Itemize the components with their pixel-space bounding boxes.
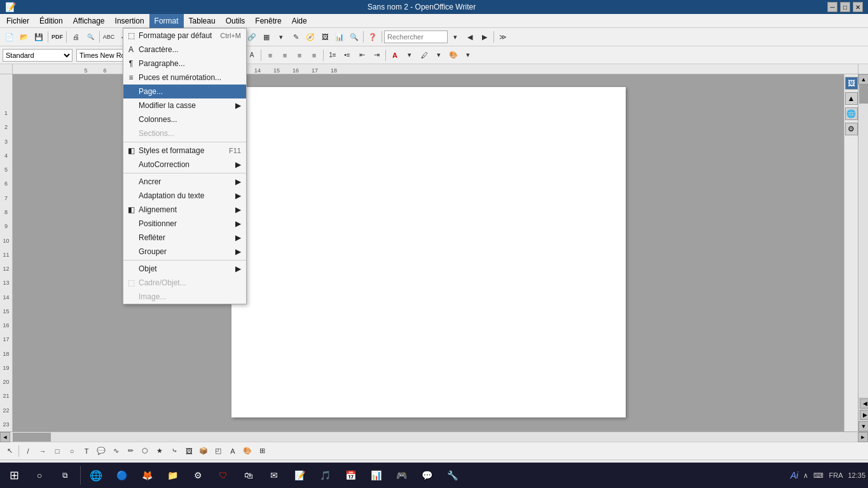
align-center-button[interactable]: ≡ xyxy=(278,48,292,62)
indent-less-button[interactable]: ⇤ xyxy=(355,48,369,62)
taskbar-firefox-btn[interactable]: 🦊 xyxy=(135,464,158,487)
scroll-prev-page[interactable]: ◀ xyxy=(860,398,868,409)
search-input[interactable] xyxy=(384,30,448,43)
scroll-left-button[interactable]: ◄ xyxy=(0,432,10,442)
taskbar-search-btn[interactable]: ○ xyxy=(28,464,51,487)
uppercase-button[interactable]: A xyxy=(245,48,259,62)
scroll-h-track[interactable] xyxy=(10,432,858,442)
extra-button[interactable]: ≫ xyxy=(496,30,510,44)
sidebar-btn-settings[interactable]: ⚙ xyxy=(845,123,858,135)
insert-img-tool[interactable]: 🖼 xyxy=(182,444,196,458)
scroll-h-thumb[interactable] xyxy=(13,433,51,442)
menu-aide[interactable]: Aide xyxy=(287,14,312,28)
polygon-tool[interactable]: ⬡ xyxy=(138,444,152,458)
ellipse-tool[interactable]: ○ xyxy=(65,444,79,458)
menu-objet[interactable]: Objet ▶ xyxy=(123,262,246,276)
indent-more-button[interactable]: ⇥ xyxy=(369,48,383,62)
callout-tool[interactable]: 💬 xyxy=(94,444,108,458)
horizontal-scrollbar[interactable]: ◄ ► xyxy=(0,431,868,442)
menu-insertion[interactable]: Insertion xyxy=(110,14,149,28)
sidebar-btn-nav[interactable]: ▲ xyxy=(845,92,858,105)
font-color-dropdown[interactable]: ▾ xyxy=(403,48,417,62)
menu-tableau[interactable]: Tableau xyxy=(184,14,221,28)
menu-autocorrection[interactable]: AutoCorrection ▶ xyxy=(123,158,246,172)
connector-tool[interactable]: ⤷ xyxy=(167,444,181,458)
select-tool[interactable]: ↖ xyxy=(3,444,17,458)
line-tool[interactable]: / xyxy=(21,444,35,458)
menu-outils[interactable]: Outils xyxy=(221,14,251,28)
curve-tool[interactable]: ∿ xyxy=(109,444,123,458)
minimize-button[interactable]: ─ xyxy=(827,2,837,12)
menu-affichage[interactable]: Affichage xyxy=(68,14,110,28)
highlight-dropdown[interactable]: ▾ xyxy=(432,48,446,62)
insert-obj-tool[interactable]: 📦 xyxy=(196,444,210,458)
search-dropdown[interactable]: ▾ xyxy=(448,30,462,44)
gallery-button[interactable]: 🖼 xyxy=(318,30,332,44)
menu-formatage-defaut[interactable]: ⬚ Formatage par défaut Ctrl+M xyxy=(123,29,246,43)
scroll-next-page[interactable]: ▶ xyxy=(860,410,868,420)
close-button[interactable]: ✕ xyxy=(853,2,863,12)
shadow-tool[interactable]: ◰ xyxy=(211,444,225,458)
menu-edition[interactable]: Édition xyxy=(34,14,68,28)
datasource-button[interactable]: 📊 xyxy=(333,30,347,44)
show-draw-button[interactable]: ✎ xyxy=(289,30,303,44)
align-right-button[interactable]: ≡ xyxy=(293,48,307,62)
table-button[interactable]: ▦ xyxy=(259,30,273,44)
taskbar-taskview-btn[interactable]: ⧉ xyxy=(53,464,76,487)
taskbar-language[interactable]: FRA xyxy=(829,471,843,479)
sidebar-btn-web[interactable]: 🌐 xyxy=(845,107,858,120)
taskbar-store-btn[interactable]: 🛍 xyxy=(237,464,260,487)
scroll-down-button[interactable]: ▼ xyxy=(858,421,868,431)
numbering-button[interactable]: 1≡ xyxy=(326,48,340,62)
spell-button[interactable]: ABC xyxy=(102,30,116,44)
bg-color-button[interactable]: 🎨 xyxy=(446,48,460,62)
menu-positionner[interactable]: Positionner ▶ xyxy=(123,217,246,231)
taskbar-settings-btn[interactable]: ⚙ xyxy=(186,464,209,487)
menu-paragraphe[interactable]: ¶ Paragraphe... xyxy=(123,57,246,71)
taskbar-keyboard[interactable]: ⌨ xyxy=(813,471,823,480)
pdf-button[interactable]: PDF xyxy=(50,30,64,44)
style-select[interactable]: Standard xyxy=(3,49,72,62)
scroll-thumb[interactable] xyxy=(859,85,868,104)
open-button[interactable]: 📂 xyxy=(17,30,31,44)
menu-adaptation-texte[interactable]: Adaptation du texte ▶ xyxy=(123,189,246,203)
taskbar-app2-btn[interactable]: 📊 xyxy=(364,464,387,487)
scroll-track[interactable] xyxy=(858,85,868,397)
new-button[interactable]: 📄 xyxy=(3,30,17,44)
sidebar-btn-gallery[interactable]: 🖼 xyxy=(845,77,858,90)
text-tool[interactable]: T xyxy=(79,444,93,458)
bullets-button[interactable]: •≡ xyxy=(340,48,354,62)
print-preview-button[interactable]: 🔍 xyxy=(83,30,97,44)
menu-caractere[interactable]: A Caractère... xyxy=(123,43,246,57)
zoom-button[interactable]: 🔍 xyxy=(347,30,361,44)
freeform-tool[interactable]: ✏ xyxy=(123,444,137,458)
help-button[interactable]: ❓ xyxy=(366,30,380,44)
menu-fichier[interactable]: Fichier xyxy=(1,14,34,28)
document-page[interactable] xyxy=(231,87,626,417)
menu-page[interactable]: Page... xyxy=(123,85,246,98)
menu-alignement[interactable]: ◧ Alignement ▶ xyxy=(123,203,246,217)
scroll-up-button[interactable]: ▲ xyxy=(858,74,868,85)
table-dropdown[interactable]: ▾ xyxy=(274,30,288,44)
search-prev[interactable]: ◀ xyxy=(463,30,477,44)
save-button[interactable]: 💾 xyxy=(32,30,46,44)
taskbar-steam-btn[interactable]: 🎮 xyxy=(390,464,413,487)
menu-modifier-casse[interactable]: Modifier la casse ▶ xyxy=(123,98,246,112)
taskbar-office-btn[interactable]: 📝 xyxy=(288,464,311,487)
align-left-button[interactable]: ≡ xyxy=(263,48,277,62)
color-tool[interactable]: 🎨 xyxy=(240,444,254,458)
taskbar-folder-btn[interactable]: 📁 xyxy=(161,464,184,487)
scroll-right-button[interactable]: ► xyxy=(858,432,868,442)
shape-tool[interactable]: ★ xyxy=(153,444,167,458)
taskbar-appx-btn[interactable]: 🔧 xyxy=(441,464,464,487)
menu-ancrer[interactable]: Ancrer ▶ xyxy=(123,175,246,189)
taskbar-security-btn[interactable]: 🛡 xyxy=(212,464,235,487)
bg-color-dropdown[interactable]: ▾ xyxy=(461,48,475,62)
rect-tool[interactable]: □ xyxy=(50,444,64,458)
show-shapes[interactable]: ⊞ xyxy=(255,444,269,458)
menu-fenetre[interactable]: Fenêtre xyxy=(250,14,286,28)
menu-styles-formatage[interactable]: ◧ Styles et formatage F11 xyxy=(123,144,246,158)
font-color-button[interactable]: A xyxy=(388,48,402,62)
menu-format[interactable]: Format xyxy=(149,14,184,28)
highlight-button[interactable]: 🖊 xyxy=(417,48,431,62)
